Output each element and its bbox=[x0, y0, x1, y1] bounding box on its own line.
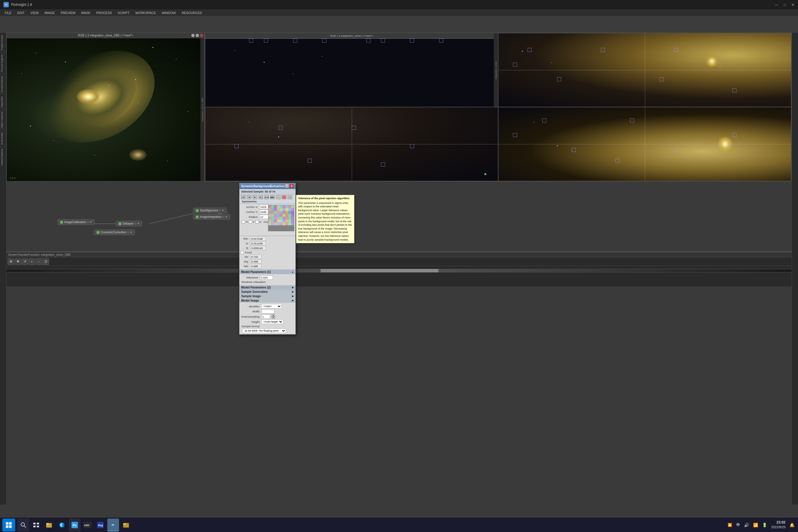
menu-resources[interactable]: RESOURCES bbox=[179, 11, 205, 15]
menu-image[interactable]: IMAGE bbox=[41, 11, 57, 15]
node-debayer[interactable]: Debayer □ ✕ bbox=[116, 221, 142, 226]
width-input[interactable] bbox=[261, 309, 274, 314]
node-ic-close[interactable]: ✕ bbox=[90, 221, 92, 223]
node-deb-expand[interactable]: □ bbox=[135, 222, 136, 225]
node-ii-expand[interactable]: □ bbox=[223, 215, 224, 218]
taskbar-pixinsight[interactable]: PI bbox=[107, 518, 119, 531]
tool-btn-fit[interactable]: ⊡ bbox=[43, 259, 49, 265]
close-btn[interactable]: ✕ bbox=[791, 3, 795, 7]
app-title: PixInsight 1.8 bbox=[11, 3, 32, 7]
menu-preview[interactable]: PREVIEW bbox=[58, 11, 78, 15]
taskbar-photoshop[interactable]: Ps bbox=[69, 518, 80, 531]
taskbar-edge[interactable] bbox=[56, 518, 68, 531]
taskbar-explorer[interactable] bbox=[43, 518, 55, 531]
model-image-header[interactable]: Model Image ▶ bbox=[240, 298, 296, 303]
downsampling-input[interactable] bbox=[261, 315, 270, 319]
dbe-close[interactable]: ✕ bbox=[290, 184, 294, 188]
sidebar-tab-format[interactable]: Format Explorer bbox=[0, 74, 6, 94]
menu-window[interactable]: WINDOW bbox=[159, 11, 179, 15]
menu-mask[interactable]: MASK bbox=[78, 11, 93, 15]
model-image-collapse[interactable]: ▶ bbox=[292, 299, 294, 302]
sample-image-header[interactable]: Sample Image ▶ bbox=[240, 294, 296, 298]
taskbar-app2[interactable]: Reg bbox=[95, 518, 106, 531]
model-params-2-header[interactable]: Model Parameters (2) ▶ bbox=[240, 285, 296, 290]
left-win-maximize[interactable]: □ bbox=[196, 34, 199, 37]
tray-chevron[interactable]: 🔼 bbox=[728, 523, 732, 527]
sym-h[interactable] bbox=[242, 220, 245, 223]
height-select[interactable]: <Auto target—> bbox=[261, 319, 283, 324]
nav-delete[interactable]: ✕ bbox=[282, 195, 286, 199]
node-star-alignment[interactable]: StarAlignment □ ✕ bbox=[193, 208, 227, 213]
model-params-2-collapse[interactable]: ▶ bbox=[292, 286, 294, 289]
node-image-integration[interactable]: ImageIntegration □ ✕ bbox=[193, 214, 230, 220]
nav-goto[interactable]: → bbox=[276, 195, 281, 199]
sample-format-select[interactable]: 32-bit IEEE 754 floating point bbox=[242, 328, 286, 333]
tray-notification[interactable]: 🔔 bbox=[790, 522, 795, 527]
node-cc-close[interactable]: ✕ bbox=[130, 231, 132, 234]
maximize-btn[interactable]: □ bbox=[784, 3, 786, 7]
tool-btn-zoom-out[interactable]: − bbox=[36, 259, 42, 265]
node-deb-close[interactable]: ✕ bbox=[137, 222, 139, 225]
node-sa-close[interactable]: ✕ bbox=[222, 209, 224, 212]
tray-network[interactable]: 📶 bbox=[753, 522, 758, 527]
node-cosmetic-correction[interactable]: CosmeticCorrection □ ✕ bbox=[94, 230, 135, 235]
fixed-checkbox[interactable] bbox=[241, 251, 244, 254]
left-win-close[interactable]: ✕ bbox=[200, 34, 203, 37]
window-controls[interactable]: — □ ✕ bbox=[775, 3, 795, 7]
identifier-select[interactable]: <Auto> bbox=[261, 304, 282, 309]
tolerance-tooltip: Tolerance of the pixel rejection algorit… bbox=[296, 195, 354, 243]
tool-btn-zoom-in[interactable]: + bbox=[28, 259, 35, 265]
menu-script[interactable]: SCRIPT bbox=[115, 11, 132, 15]
minimize-btn[interactable]: — bbox=[775, 3, 778, 7]
left-win-minimize[interactable]: — bbox=[191, 34, 194, 37]
downsampling-down[interactable]: ▼ bbox=[271, 317, 275, 319]
node-ii-close[interactable]: ✕ bbox=[226, 215, 228, 218]
clock-time: 23:02 bbox=[771, 520, 785, 525]
sidebar-tab-flag[interactable]: Flag Editor bbox=[0, 94, 6, 109]
node-cc-expand[interactable]: □ bbox=[128, 231, 129, 234]
dbe-minimize[interactable]: — bbox=[285, 184, 289, 188]
tool-btn-2[interactable]: ✥ bbox=[15, 259, 21, 265]
sym-v[interactable] bbox=[249, 220, 252, 223]
sym-d[interactable] bbox=[255, 220, 259, 223]
taskbar-asi[interactable]: ASI! bbox=[82, 518, 93, 531]
menu-process[interactable]: PROCESS bbox=[93, 11, 115, 15]
sidebar-tab-project[interactable]: Project Creator bbox=[0, 33, 6, 52]
model-params-1-header[interactable]: Model Parameters (1) ▲ bbox=[240, 270, 296, 274]
menu-edit[interactable]: EDIT bbox=[14, 11, 27, 15]
tolerance-input[interactable] bbox=[260, 276, 273, 280]
sample-gen-collapse[interactable]: ▶ bbox=[292, 290, 294, 293]
nav-prev[interactable]: ◄ bbox=[247, 195, 251, 199]
sidebar-tab-script[interactable]: Script Editor bbox=[0, 130, 6, 147]
tray-sound[interactable]: 🔊 bbox=[744, 522, 749, 527]
menu-view[interactable]: VIEW bbox=[27, 11, 41, 15]
tool-btn-3[interactable]: ↺ bbox=[22, 259, 28, 265]
sidebar-tab-object[interactable]: Object Inspector bbox=[0, 109, 6, 130]
menu-file[interactable]: FILE bbox=[2, 11, 14, 15]
nav-last[interactable]: ►| bbox=[259, 195, 263, 199]
clock[interactable]: 23:02 2022/8/29 bbox=[771, 520, 785, 529]
model-params-1-collapse[interactable]: ▲ bbox=[291, 271, 294, 273]
sidebar-tab-history[interactable]: History Explorer bbox=[0, 147, 6, 167]
nav-first[interactable]: |◄ bbox=[241, 195, 246, 199]
node-ic-expand[interactable]: □ bbox=[88, 221, 89, 223]
nav-reset[interactable]: ↩ bbox=[288, 195, 292, 199]
sidebar-tab-process[interactable]: Process Explorer bbox=[0, 52, 6, 74]
tray-battery[interactable]: 🔋 bbox=[762, 522, 767, 527]
taskbar-search[interactable] bbox=[18, 518, 29, 531]
taskbar-taskview[interactable] bbox=[30, 518, 42, 531]
taskbar-files[interactable] bbox=[120, 518, 132, 531]
node-sa-expand[interactable]: □ bbox=[219, 209, 221, 212]
downsampling-up[interactable]: ▲ bbox=[271, 314, 275, 317]
nav-prev2[interactable]: ◄◄ bbox=[264, 195, 269, 199]
sample-gen-header[interactable]: Sample Generation ▶ bbox=[240, 290, 296, 294]
tray-ime[interactable]: 中 bbox=[736, 522, 740, 528]
sample-image-collapse[interactable]: ▶ bbox=[292, 295, 294, 298]
nav-next2[interactable]: ▶▶ bbox=[270, 195, 275, 199]
node-image-calibration[interactable]: ImageCalibration □ ✕ bbox=[57, 219, 95, 225]
tool-btn-1[interactable]: ⊞ bbox=[7, 259, 14, 265]
nav-next[interactable]: ► bbox=[252, 195, 257, 199]
left-win-controls[interactable]: — □ ✕ bbox=[191, 34, 203, 37]
menu-workspace[interactable]: WORKSPACE bbox=[132, 11, 159, 15]
start-button[interactable] bbox=[2, 518, 15, 531]
